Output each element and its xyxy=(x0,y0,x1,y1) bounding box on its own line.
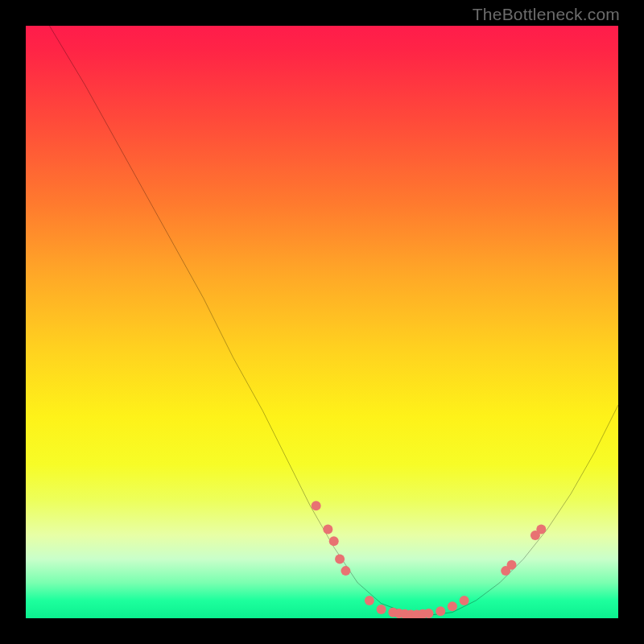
plot-area xyxy=(26,26,618,618)
highlight-point xyxy=(377,605,386,614)
highlight-point xyxy=(436,606,445,616)
bottleneck-curve xyxy=(49,26,618,615)
highlight-point xyxy=(335,554,345,564)
highlight-point xyxy=(507,560,517,570)
highlight-point xyxy=(460,596,469,605)
highlight-point xyxy=(312,501,321,510)
highlight-points xyxy=(312,501,547,618)
highlight-point xyxy=(536,525,546,535)
highlight-point xyxy=(501,566,510,576)
highlight-point xyxy=(341,566,350,576)
chart-canvas: TheBottleneck.com xyxy=(0,0,644,644)
curve-svg xyxy=(26,26,618,618)
highlight-point xyxy=(530,530,540,540)
highlight-point xyxy=(388,608,398,617)
highlight-point xyxy=(406,610,415,618)
highlight-point xyxy=(365,596,374,605)
highlight-point xyxy=(394,609,404,618)
highlight-point xyxy=(323,525,332,535)
highlight-point xyxy=(412,610,422,618)
highlight-point xyxy=(329,536,339,546)
attribution-text: TheBottleneck.com xyxy=(473,5,620,24)
highlight-point xyxy=(423,609,433,618)
highlight-point xyxy=(400,609,410,618)
highlight-point xyxy=(418,609,427,618)
highlight-point xyxy=(448,601,457,611)
